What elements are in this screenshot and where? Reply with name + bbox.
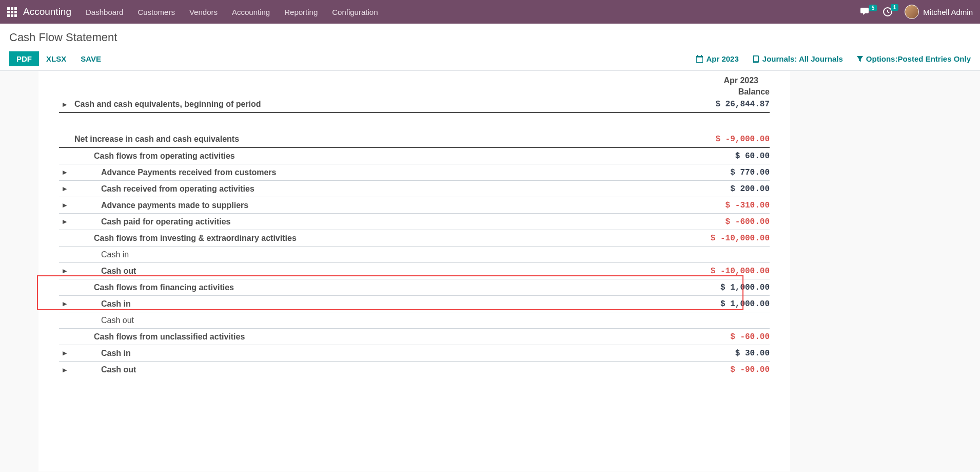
calendar-icon	[696, 55, 703, 63]
filter-icon	[856, 55, 864, 63]
filter-journals[interactable]: Journals: All Journals	[752, 54, 843, 63]
nav-accounting[interactable]: Accounting	[232, 8, 270, 16]
row-value: $ 60.00	[693, 152, 770, 161]
row-label[interactable]: Advance payments made to suppliers	[70, 201, 693, 210]
row-label[interactable]: Cash in	[70, 349, 693, 358]
row-label[interactable]: Cash flows from investing & extraordinar…	[70, 234, 693, 243]
page-title: Cash Flow Statement	[9, 31, 971, 44]
filter-date-label: Apr 2023	[706, 54, 738, 63]
row-value: $ -310.00	[693, 201, 770, 210]
expand-caret-icon[interactable]: ▶	[59, 185, 70, 192]
report-row: ▶Cash out$ -90.00	[59, 362, 770, 378]
report-row: ▶Cash in$ 30.00	[59, 345, 770, 362]
activities-icon[interactable]: 1	[883, 7, 892, 16]
row-value: $ -600.00	[693, 217, 770, 226]
row-label[interactable]: Cash out	[70, 316, 693, 325]
nav-vendors[interactable]: Vendors	[189, 8, 218, 16]
row-value: $ -10,000.00	[693, 234, 770, 243]
avatar	[905, 5, 919, 19]
report-row: ▶Cash and cash equivalents, beginning of…	[59, 97, 770, 113]
filter-options[interactable]: Options:Posted Entries Only	[856, 54, 971, 63]
nav-right: 5 1 Mitchell Admin	[860, 5, 973, 19]
username: Mitchell Admin	[923, 8, 973, 16]
row-value: $ 1,000.00	[693, 283, 770, 292]
report-row: ▶Cash out$ -10,000.00	[59, 263, 770, 279]
nav-dashboard[interactable]: Dashboard	[86, 8, 123, 16]
row-label[interactable]: Cash in	[70, 299, 693, 309]
report: Apr 2023 Balance ▶Cash and cash equivale…	[38, 71, 790, 471]
row-label[interactable]: Cash and cash equivalents, beginning of …	[70, 100, 693, 109]
row-value: $ -9,000.00	[693, 135, 770, 144]
expand-caret-icon[interactable]: ▶	[59, 218, 70, 225]
row-label[interactable]: Cash flows from financing activities	[70, 283, 693, 292]
expand-caret-icon[interactable]: ▶	[59, 202, 70, 209]
row-value: $ -10,000.00	[693, 267, 770, 276]
navbar: Accounting Dashboard Customers Vendors A…	[0, 0, 980, 24]
filter-journals-label: Journals: All Journals	[762, 54, 843, 63]
save-button[interactable]: SAVE	[73, 51, 108, 66]
filter-date[interactable]: Apr 2023	[696, 54, 738, 63]
report-row: ▶Cash received from operating activities…	[59, 181, 770, 197]
messages-badge: 5	[869, 5, 877, 11]
messages-icon[interactable]: 5	[860, 8, 871, 16]
expand-caret-icon[interactable]: ▶	[59, 169, 70, 176]
row-label[interactable]: Cash received from operating activities	[70, 184, 693, 194]
nav-configuration[interactable]: Configuration	[332, 8, 378, 16]
xlsx-button[interactable]: XLSX	[39, 51, 73, 66]
spacer	[59, 113, 770, 131]
subheader: Cash Flow Statement PDF XLSX SAVE Apr 20…	[0, 24, 980, 71]
row-label[interactable]: Net increase in cash and cash equivalent…	[70, 135, 693, 144]
row-value: $ 26,844.87	[693, 100, 770, 109]
report-row: Cash flows from financing activities$ 1,…	[59, 279, 770, 296]
expand-caret-icon[interactable]: ▶	[59, 268, 70, 274]
user-menu[interactable]: Mitchell Admin	[905, 5, 973, 19]
report-row: Cash flows from investing & extraordinar…	[59, 230, 770, 247]
report-row: ▶Cash paid for operating activities$ -60…	[59, 214, 770, 230]
row-label[interactable]: Advance Payments received from customers	[70, 168, 693, 177]
activities-badge: 1	[891, 4, 899, 11]
row-label[interactable]: Cash flows from unclassified activities	[70, 332, 693, 342]
filter-options-label: Options:Posted Entries Only	[866, 54, 971, 63]
expand-caret-icon[interactable]: ▶	[59, 300, 70, 307]
report-row: ▶Advance payments made to suppliers$ -31…	[59, 197, 770, 214]
row-value: $ 1,000.00	[693, 299, 770, 309]
row-value: $ -60.00	[693, 332, 770, 342]
row-label[interactable]: Cash out	[70, 365, 693, 374]
pdf-button[interactable]: PDF	[9, 51, 39, 66]
report-row: Cash flows from operating activities$ 60…	[59, 148, 770, 164]
book-icon	[752, 55, 760, 63]
apps-icon[interactable]	[7, 7, 17, 17]
app-brand[interactable]: Accounting	[23, 6, 71, 17]
report-row: Cash out	[59, 312, 770, 329]
row-value: $ 30.00	[693, 349, 770, 358]
report-row: ▶Cash in$ 1,000.00	[59, 296, 770, 312]
period-label: Apr 2023	[59, 76, 758, 85]
report-row: Net increase in cash and cash equivalent…	[59, 131, 770, 148]
expand-caret-icon[interactable]: ▶	[59, 101, 70, 108]
balance-header: Balance	[59, 85, 770, 97]
nav-customers[interactable]: Customers	[138, 8, 175, 16]
row-label[interactable]: Cash out	[70, 267, 693, 276]
report-rows: ▶Cash and cash equivalents, beginning of…	[59, 97, 770, 378]
expand-caret-icon[interactable]: ▶	[59, 350, 70, 356]
report-row: ▶Advance Payments received from customer…	[59, 164, 770, 181]
row-value: $ 200.00	[693, 184, 770, 194]
report-row: Cash in	[59, 247, 770, 263]
row-label[interactable]: Cash paid for operating activities	[70, 217, 693, 226]
report-row: Cash flows from unclassified activities$…	[59, 329, 770, 345]
row-label[interactable]: Cash in	[70, 250, 693, 259]
nav-reporting[interactable]: Reporting	[284, 8, 318, 16]
expand-caret-icon[interactable]: ▶	[59, 367, 70, 373]
row-label[interactable]: Cash flows from operating activities	[70, 152, 693, 161]
nav-menu: Dashboard Customers Vendors Accounting R…	[86, 8, 860, 16]
row-value: $ -90.00	[693, 365, 770, 374]
row-value: $ 770.00	[693, 168, 770, 177]
toolbar: PDF XLSX SAVE Apr 2023 Journals: All Jou…	[9, 51, 971, 66]
